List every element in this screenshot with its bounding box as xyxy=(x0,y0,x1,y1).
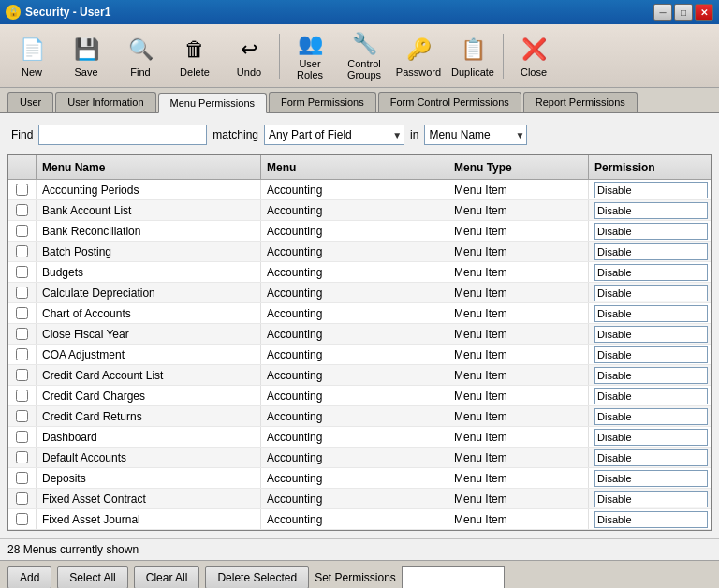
duplicate-icon: 📋 xyxy=(458,35,488,65)
add-button[interactable]: Add xyxy=(7,566,51,588)
perm-arrow-icon: ▼ xyxy=(709,391,711,401)
cell-menu-name: Bank Reconciliation xyxy=(37,221,261,241)
status-bar: 28 Menus currently shown xyxy=(0,538,719,560)
perm-arrow-icon: ▼ xyxy=(709,247,711,257)
permission-dropdown[interactable]: Disable Allow Deny xyxy=(594,243,708,260)
tab-form-control-perms[interactable]: Form Control Permissions xyxy=(378,92,521,112)
permission-dropdown[interactable]: Disable Allow Deny xyxy=(594,264,708,281)
cell-menu-name: Accounting Periods xyxy=(37,180,261,199)
main-content: Find matching Any Part of Field Starts W… xyxy=(0,113,719,538)
user-roles-button[interactable]: 👥 User Roles xyxy=(284,29,336,83)
cell-menu-name: Default Accounts xyxy=(37,448,261,467)
tab-report-perms[interactable]: Report Permissions xyxy=(523,92,638,112)
cell-permission: Disable Allow Deny ▼ xyxy=(589,262,711,282)
close-button[interactable]: ❌ Close xyxy=(507,29,560,83)
permission-dropdown[interactable]: Disable Allow Deny xyxy=(594,408,708,425)
permission-dropdown[interactable]: Disable Allow Deny xyxy=(594,388,708,404)
set-permissions-dropdown[interactable]: Allow Disable Deny xyxy=(402,566,505,588)
permission-dropdown[interactable]: Disable Allow Deny xyxy=(594,223,708,240)
permission-dropdown[interactable]: Disable Allow Deny xyxy=(594,305,708,322)
permission-dropdown[interactable]: Disable Allow Deny xyxy=(594,182,708,198)
row-checkbox[interactable] xyxy=(16,472,28,484)
tab-menu-perms[interactable]: Menu Permissions xyxy=(158,93,267,113)
row-checkbox[interactable] xyxy=(16,266,28,278)
row-checkbox[interactable] xyxy=(16,348,28,360)
row-checkbox[interactable] xyxy=(16,410,28,422)
permission-dropdown[interactable]: Disable Allow Deny xyxy=(594,326,708,343)
permission-dropdown[interactable]: Disable Allow Deny xyxy=(594,346,708,363)
row-checkbox[interactable] xyxy=(16,451,28,463)
matching-label: matching xyxy=(213,128,258,141)
minimize-button[interactable]: ─ xyxy=(653,4,672,21)
perm-arrow-icon: ▼ xyxy=(709,371,711,380)
cell-menu-type: Menu Item xyxy=(448,221,589,241)
cell-menu-type: Menu Item xyxy=(448,509,589,529)
cell-permission: Disable Allow Deny ▼ xyxy=(589,386,711,405)
table-row: Fixed Asset Journal Accounting Menu Item… xyxy=(8,509,711,530)
new-button[interactable]: 📄 New xyxy=(6,29,58,83)
save-button[interactable]: 💾 Save xyxy=(60,29,112,83)
tab-user-info[interactable]: User Information xyxy=(55,92,155,112)
permission-dropdown[interactable]: Disable Allow Deny xyxy=(594,449,708,466)
row-checkbox-cell xyxy=(8,448,37,467)
password-button[interactable]: 🔑 Password xyxy=(392,29,445,83)
cell-menu: Accounting xyxy=(261,180,448,199)
tab-user[interactable]: User xyxy=(7,92,53,112)
row-checkbox[interactable] xyxy=(16,307,28,319)
cell-menu-name: Credit Card Account List xyxy=(37,365,261,385)
cell-menu: Accounting xyxy=(261,365,448,385)
delete-button[interactable]: 🗑 Delete xyxy=(169,29,221,83)
duplicate-button[interactable]: 📋 Duplicate xyxy=(447,29,499,83)
row-checkbox[interactable] xyxy=(16,513,28,525)
cell-menu: Accounting xyxy=(261,324,448,344)
row-checkbox[interactable] xyxy=(16,287,28,299)
cell-menu-name: COA Adjustment xyxy=(37,345,261,364)
in-dropdown[interactable]: Menu Name Menu Menu Type xyxy=(424,125,527,145)
row-checkbox-cell xyxy=(8,406,37,426)
permission-dropdown[interactable]: Disable Allow Deny xyxy=(594,491,708,507)
matching-dropdown[interactable]: Any Part of Field Starts With Exact Matc… xyxy=(264,125,404,145)
control-groups-button[interactable]: 🔧 Control Groups xyxy=(338,29,390,83)
row-checkbox[interactable] xyxy=(16,225,28,237)
content-area: Find matching Any Part of Field Starts W… xyxy=(0,113,719,588)
row-checkbox[interactable] xyxy=(16,204,28,216)
row-checkbox[interactable] xyxy=(16,245,28,257)
tab-form-perms[interactable]: Form Permissions xyxy=(269,92,376,112)
clear-all-button[interactable]: Clear All xyxy=(134,566,200,588)
cell-menu-type: Menu Item xyxy=(448,365,589,385)
delete-selected-button[interactable]: Delete Selected xyxy=(205,566,309,588)
permission-dropdown[interactable]: Disable Allow Deny xyxy=(594,285,708,301)
cell-permission: Disable Allow Deny ▼ xyxy=(589,180,711,199)
cell-menu: Accounting xyxy=(261,303,448,323)
row-checkbox[interactable] xyxy=(16,184,28,196)
permission-dropdown[interactable]: Disable Allow Deny xyxy=(594,202,708,219)
row-checkbox[interactable] xyxy=(16,369,28,381)
cell-menu-type: Menu Item xyxy=(448,324,589,344)
cell-menu-name: Chart of Accounts xyxy=(37,303,261,323)
find-row: Find matching Any Part of Field Starts W… xyxy=(7,121,712,149)
row-checkbox-cell xyxy=(8,468,37,488)
undo-button[interactable]: ↩ Undo xyxy=(223,29,275,83)
row-checkbox-cell xyxy=(8,200,37,220)
permission-dropdown[interactable]: Disable Allow Deny xyxy=(594,511,708,528)
table-row: Credit Card Returns Accounting Menu Item… xyxy=(8,406,711,427)
row-checkbox-cell xyxy=(8,489,37,508)
maximize-button[interactable]: □ xyxy=(674,4,693,21)
close-window-button[interactable]: ✕ xyxy=(695,4,713,21)
row-checkbox[interactable] xyxy=(16,390,28,402)
select-all-button[interactable]: Select All xyxy=(57,566,127,588)
perm-arrow-icon: ▼ xyxy=(709,309,711,318)
cell-menu: Accounting xyxy=(261,509,448,529)
permission-dropdown[interactable]: Disable Allow Deny xyxy=(594,429,708,446)
row-checkbox[interactable] xyxy=(16,328,28,340)
permission-dropdown[interactable]: Disable Allow Deny xyxy=(594,367,708,384)
row-checkbox[interactable] xyxy=(16,492,28,505)
toolbar-separator-2 xyxy=(503,34,504,79)
row-checkbox[interactable] xyxy=(16,431,28,443)
permission-dropdown[interactable]: Disable Allow Deny xyxy=(594,470,708,487)
find-input[interactable] xyxy=(38,125,207,145)
title-buttons: ─ □ ✕ xyxy=(653,4,713,21)
cell-menu-name: Batch Posting xyxy=(37,242,261,261)
find-toolbar-button[interactable]: 🔍 Find xyxy=(114,29,167,83)
cell-permission: Disable Allow Deny ▼ xyxy=(589,242,711,261)
